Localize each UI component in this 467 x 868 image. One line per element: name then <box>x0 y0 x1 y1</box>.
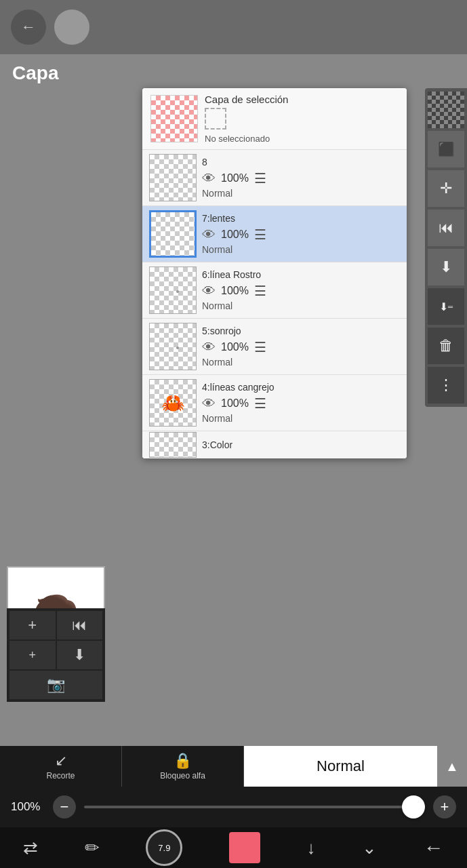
layer-opacity-4: 100% <box>221 397 249 410</box>
layer-blend-6: Normal <box>202 300 400 311</box>
layer-panel: Capa de selección No seleccionado 8 👁 10… <box>142 88 407 458</box>
layer-blend-4: Normal <box>202 413 400 424</box>
layer-thumb-3 <box>149 432 197 458</box>
down-arrow-tool[interactable]: ↓ <box>307 837 316 859</box>
blend-mode-arrow[interactable]: ▲ <box>437 746 467 787</box>
opacity-value: 100% <box>11 800 45 814</box>
layer-name-8: 8 <box>202 157 400 167</box>
layer-opacity-8: 100% <box>221 172 249 184</box>
bloqueo-label: Bloqueo alfa <box>160 771 205 781</box>
back-icon: ← <box>424 836 444 859</box>
arrow-up-icon: ▲ <box>445 759 459 774</box>
flip-button[interactable]: ⏮ <box>428 210 464 246</box>
menu-icon-6[interactable]: ☰ <box>254 283 266 299</box>
top-bar: ← <box>0 0 467 54</box>
bottom-bar1: ↙ Recorte 🔒 Bloqueo alfa Normal ▲ <box>0 746 467 787</box>
delete-button[interactable]: 🗑 <box>428 328 464 364</box>
layer-blend-8: Normal <box>202 188 400 199</box>
layer-thumb-7 <box>149 210 197 258</box>
opacity-plus-button[interactable]: + <box>433 795 456 818</box>
page-title: Capa <box>12 62 58 84</box>
layer-opacity-6: 100% <box>221 285 249 297</box>
layer-name-4: 4:líneas cangrejo <box>202 382 400 393</box>
layer-thumb-4: 🦀 <box>149 379 197 427</box>
brush-size-button[interactable]: 7.9 <box>146 829 182 866</box>
color-icon <box>229 832 260 863</box>
pen-icon: ✏ <box>85 837 100 859</box>
canvas-area: Capa 🦀 Capa de selección No seleccionado… <box>0 54 467 746</box>
layer-thumb-6 <box>149 267 197 314</box>
brush-size-value: 7.9 <box>158 843 170 853</box>
selection-layer-status: No seleccionado <box>205 134 399 144</box>
menu-icon-7[interactable]: ☰ <box>254 226 266 243</box>
checkered-button[interactable] <box>428 92 464 128</box>
eye-icon-6[interactable]: 👁 <box>202 283 216 299</box>
eye-icon-8[interactable]: 👁 <box>202 171 216 186</box>
eye-icon-5[interactable]: 👁 <box>202 340 216 355</box>
layer-blend-7: Normal <box>202 244 400 255</box>
history-button[interactable] <box>54 9 89 45</box>
chevron-down-icon: ⌄ <box>362 837 377 859</box>
down-arrow-icon: ↓ <box>307 837 316 859</box>
flip-layer-button[interactable]: ⏮ <box>57 611 103 639</box>
crop-button[interactable]: ⬇ <box>428 249 464 285</box>
layer-name-3: 3:Color <box>202 439 232 450</box>
layer-opacity-7: 100% <box>221 229 249 241</box>
back-tool[interactable]: ← <box>424 836 444 859</box>
more-button[interactable]: ⋮ <box>428 367 464 403</box>
pen-tool[interactable]: ✏ <box>85 837 100 859</box>
eye-icon-7[interactable]: 👁 <box>202 227 216 243</box>
merge-down-button[interactable]: ⬇ <box>57 641 103 669</box>
selection-icon <box>205 108 226 130</box>
layer-blend-5: Normal <box>202 357 400 368</box>
move-button[interactable]: ✛ <box>428 170 464 207</box>
back-button[interactable]: ← <box>11 9 46 45</box>
layer-thumb-5 <box>149 323 197 370</box>
download-button[interactable]: ⬇═ <box>428 288 464 325</box>
bottom-toolbar: ⇄ ✏ 7.9 ↓ ⌄ ← <box>0 827 467 868</box>
blend-mode-label: Normal <box>317 757 365 775</box>
opacity-slider[interactable] <box>84 806 425 808</box>
layer-thumb-8 <box>149 154 197 201</box>
selection-layer-thumb <box>150 95 198 142</box>
layer-name-6: 6:línea Rostro <box>202 269 400 280</box>
selection-layer-title: Capa de selección <box>205 94 399 105</box>
color-swatch[interactable] <box>229 832 260 863</box>
eye-icon-4[interactable]: 👁 <box>202 396 216 412</box>
camera-button[interactable]: 📷 <box>9 671 102 699</box>
layer-row-4[interactable]: 🦀 4:líneas cangrejo 👁 100% ☰ Normal <box>142 375 407 431</box>
layer-row-7[interactable]: 7:lentes 👁 100% ☰ Normal <box>142 206 407 262</box>
layer-opacity-5: 100% <box>221 341 249 353</box>
opacity-knob[interactable] <box>402 795 425 818</box>
transform-tool[interactable]: ⇄ <box>23 837 38 859</box>
chevron-tool[interactable]: ⌄ <box>362 837 377 859</box>
blend-mode-button[interactable]: Normal <box>244 746 437 787</box>
menu-icon-4[interactable]: ☰ <box>254 395 266 412</box>
selection-layer-row[interactable]: Capa de selección No seleccionado <box>142 88 407 150</box>
menu-icon-5[interactable]: ☰ <box>254 339 266 355</box>
recorte-icon: ↙ <box>55 752 67 770</box>
layer-tools-row: + ⏮ + ⬇ 📷 <box>7 608 105 702</box>
menu-icon-8[interactable]: ☰ <box>254 170 266 186</box>
opacity-minus-button[interactable]: − <box>53 795 76 818</box>
recorte-button[interactable]: ↙ Recorte <box>0 746 122 787</box>
layer-row-6[interactable]: 6:línea Rostro 👁 100% ☰ Normal <box>142 262 407 319</box>
layer-name-7: 7:lentes <box>202 213 400 224</box>
bloqueo-button[interactable]: 🔒 Bloqueo alfa <box>122 746 244 787</box>
transform-icon: ⇄ <box>23 837 38 859</box>
recorte-label: Recorte <box>46 771 75 781</box>
layer-row-5[interactable]: 5:sonrojo 👁 100% ☰ Normal <box>142 319 407 375</box>
bottom-bar2: 100% − + <box>0 787 467 827</box>
layer-row-8[interactable]: 8 👁 100% ☰ Normal <box>142 150 407 206</box>
add-layer2-button[interactable]: + <box>9 641 56 669</box>
layer-row-3-partial[interactable]: 3:Color <box>142 431 407 458</box>
add-layer-button[interactable]: + <box>9 611 56 639</box>
right-toolbar: ⬛ ✛ ⏮ ⬇ ⬇═ 🗑 ⋮ <box>425 88 467 407</box>
bloqueo-icon: 🔒 <box>174 752 192 770</box>
layer-name-5: 5:sonrojo <box>202 326 400 336</box>
merge-button[interactable]: ⬛ <box>428 131 464 167</box>
